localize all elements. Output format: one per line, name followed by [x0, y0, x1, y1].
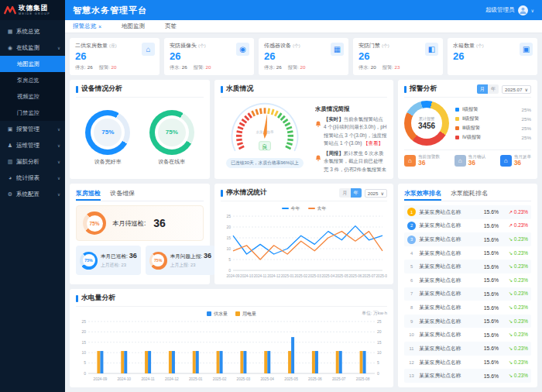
stat-card-sensors[interactable]: 传感器设备(个)▦26停水: 26报警: 20 [259, 38, 348, 75]
close-icon[interactable]: × [98, 24, 101, 29]
stat-card-title: 水箱数量 [453, 42, 475, 50]
tab-alarm-overview[interactable]: 报警总览× [73, 22, 101, 30]
rank-number: 10 [407, 331, 416, 339]
ranking-row[interactable]: 10某某泵房站点名称15.6%↘ 0.23% [404, 328, 531, 342]
legend-item[interactable]: 供水量 [207, 311, 228, 318]
efficiency-value: 15.6% [477, 291, 499, 297]
sidebar-item-access-control[interactable]: 门禁监控 [0, 105, 65, 121]
ranking-row[interactable]: 13某某泵房站点名称15.6%↘ 0.23% [404, 369, 531, 383]
device-gauge-label: 设备在线率 [158, 158, 185, 166]
ranking-row[interactable]: 6某某泵房站点名称15.6%↘ 0.23% [404, 273, 531, 287]
legend-item[interactable]: 去年 [308, 205, 327, 212]
stat-card-pump-rooms[interactable]: 二供泵房数量(座)⌂26停水: 26报警: 20 [70, 38, 160, 75]
title-accent-bar [221, 86, 223, 93]
sidebar-item-label: 系统总览 [16, 28, 39, 36]
legend-item[interactable]: 今年 [282, 205, 300, 212]
sidebar-item-video-surveillance[interactable]: 视频监控 [0, 88, 65, 105]
trend-up-icon: ↗ 0.23% [502, 209, 528, 215]
panel-energy-analysis: 水电量分析 单位: 万kw·h 供水量用电量 00551010151520202… [70, 289, 393, 387]
svg-text:2025-02: 2025-02 [213, 377, 227, 381]
home-icon: ⌂ [455, 155, 466, 167]
stat-card-water-tanks[interactable]: 水箱数量(个)▣26 [448, 38, 537, 75]
toggle-月[interactable]: 月 [477, 84, 488, 94]
toggle-年[interactable]: 年 [351, 188, 362, 198]
sidebar-item-pump-room-overview[interactable]: 泵房总览 [0, 72, 65, 88]
svg-text:2025-04: 2025-04 [260, 377, 274, 381]
month-year-toggle: 月年 [477, 84, 499, 94]
stat-sub: 报警: 20 [288, 64, 306, 71]
stat-card-access-doors[interactable]: 安防门禁(个)◧26停水: 20报警: 23 [353, 38, 443, 75]
inspection-sub-label: 本月已巡检: [101, 253, 129, 259]
bell-icon [315, 116, 321, 147]
inspection-sub-line1: 本月已巡检: 36 [101, 252, 137, 260]
svg-text:25: 25 [377, 319, 382, 324]
view-link[interactable]: 【查看】 [363, 140, 383, 146]
ranking-row[interactable]: 4某某泵房站点名称15.6%↘ 0.23% [404, 246, 531, 260]
toggle-月[interactable]: 月 [339, 188, 350, 198]
user-name: 超级管理员 [485, 6, 515, 14]
legend-item[interactable]: 用电量 [235, 311, 256, 318]
svg-text:10: 10 [377, 350, 382, 355]
efficiency-value: 15.6% [477, 250, 499, 256]
period-select[interactable]: 2025.07 ∨ [502, 85, 531, 94]
efficiency-value: 15.6% [477, 237, 499, 242]
tab-设备维保[interactable]: 设备维保 [110, 189, 135, 198]
ops-icon: ♟ [7, 143, 13, 149]
top-header: 智慧水务管理平台 超级管理员 ∨ [65, 0, 542, 20]
tab-水泵效率排名[interactable]: 水泵效率排名 [404, 189, 441, 198]
svg-text:2024-10: 2024-10 [240, 274, 253, 278]
stat-card-unit: (个) [476, 43, 484, 50]
ranking-row[interactable]: 11某某泵房站点名称15.6%↘ 0.23% [404, 342, 531, 356]
legend-label: 供水量 [214, 311, 228, 318]
ranking-row[interactable]: 7某某泵房站点名称15.6%↘ 0.23% [404, 287, 531, 301]
sidebar-item-system-config[interactable]: ⚙系统配置∨ [0, 186, 65, 202]
user-menu[interactable]: 超级管理员 ∨ [485, 5, 534, 15]
tab-水泵能耗排名[interactable]: 水泵能耗排名 [451, 189, 488, 198]
medal-icon: 1 [407, 208, 416, 216]
ranking-row[interactable]: 9某某泵房站点名称15.6%↘ 0.23% [404, 315, 531, 328]
svg-text:2025-07: 2025-07 [362, 274, 376, 278]
ranking-row[interactable]: 3某某泵房站点名称15.6%↘ 0.23% [404, 232, 531, 246]
sidebar-item-ops-management[interactable]: ♟运维管理∨ [0, 137, 65, 153]
legend-name: Ⅰ级报警 [462, 106, 478, 113]
sidebar-item-label: 系统配置 [16, 191, 39, 198]
ranking-row[interactable]: 1某某泵房站点名称15.6%↗ 0.23% [404, 205, 531, 219]
alarm-stat-value: 36 [514, 160, 531, 167]
sidebar-item-label: 漏损分析 [16, 158, 39, 166]
toggle-年[interactable]: 年 [488, 84, 499, 94]
alarm-stat: ⌂当前报警数36 [404, 154, 440, 167]
svg-text:2024-09: 2024-09 [94, 377, 108, 381]
sidebar-item-leakage-analysis[interactable]: ▥漏损分析∨ [0, 153, 65, 170]
stat-sub: 停水: 26 [75, 64, 93, 71]
chevron-down-icon: ∨ [57, 176, 60, 181]
svg-text:0: 0 [84, 371, 86, 376]
svg-text:2025-05: 2025-05 [335, 274, 348, 278]
sidebar-item-map-monitoring[interactable]: 地图监测 [0, 56, 65, 72]
year-select-value: 2025 [368, 191, 379, 196]
camera-icon: ◉ [236, 43, 249, 56]
tab-page-tab[interactable]: 页签 [165, 22, 177, 30]
stat-card-cameras[interactable]: 安防摄像头(个)◉26停水: 26报警: 20 [164, 38, 254, 75]
pump-house-icon: ⌂ [142, 43, 155, 56]
ranking-row[interactable]: 8某某泵房站点名称15.6%↘ 0.23% [404, 301, 531, 315]
tab-bar: 报警总览×地图监测页签 [65, 20, 542, 33]
sidebar-item-statistics-report[interactable]: ◕统计报表∨ [0, 170, 65, 186]
sidebar-item-alarm-management[interactable]: ▣报警管理∨ [0, 121, 65, 137]
year-select[interactable]: 2025 ∨ [365, 189, 387, 198]
ranking-row[interactable]: 2某某泵房站点名称15.6%↗ 0.23% [404, 219, 531, 233]
svg-text:2025-06: 2025-06 [308, 377, 322, 381]
tab-map-monitoring[interactable]: 地图监测 [122, 22, 145, 30]
trend-down-icon: ↘ 0.23% [502, 277, 528, 284]
sidebar-item-system-overview[interactable]: ▦系统总览 [0, 23, 65, 40]
ranking-row[interactable]: 5某某泵房站点名称15.6%↘ 0.23% [404, 260, 531, 273]
legend-swatch [308, 208, 315, 209]
home-icon: ⌂ [404, 155, 416, 167]
sidebar-item-online-monitoring[interactable]: ◉在线监测∨ [0, 40, 65, 56]
tab-label: 报警总览 [73, 22, 96, 30]
station-name: 某某泵房站点名称 [419, 277, 474, 284]
inspection-sub-card-1: 75%本月问题上报: 36上月上报: 23 [146, 246, 215, 275]
tab-泵房巡检[interactable]: 泵房巡检 [76, 189, 101, 198]
stat-sub-value: 26 [87, 64, 93, 70]
station-name: 某某泵房站点名称 [419, 222, 474, 229]
ranking-row[interactable]: 12某某泵房站点名称15.6%↘ 0.23% [404, 356, 531, 370]
